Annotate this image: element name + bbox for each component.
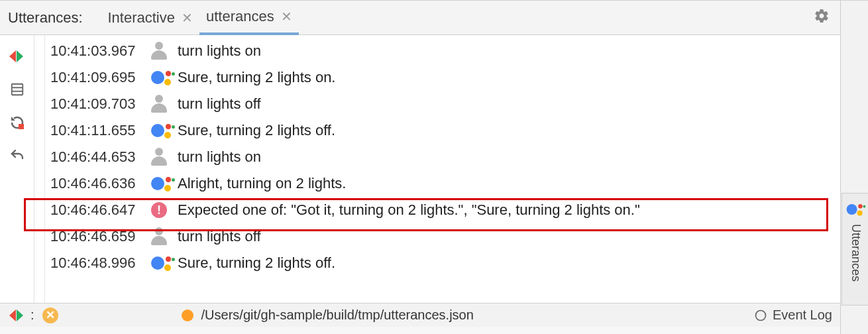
- log-area: 10:41:03.967 turn lights on 10:41:09.695…: [45, 35, 868, 303]
- tab-interactive[interactable]: Interactive ✕: [101, 1, 200, 35]
- tab-label: utterances: [206, 8, 274, 25]
- log-message: turn lights on: [178, 144, 261, 170]
- timestamp: 10:46:48.996: [50, 250, 151, 276]
- gear-icon[interactable]: [814, 8, 830, 27]
- right-tab-label: Utterances: [849, 224, 863, 282]
- gutter: [34, 35, 45, 303]
- log-message: turn lights off: [178, 223, 261, 250]
- event-log-icon: [754, 309, 767, 322]
- error-icon: !: [151, 202, 178, 218]
- left-toolbar: [0, 35, 34, 303]
- log-message: Sure, turning 2 lights off.: [178, 117, 335, 144]
- status-bar: : ✕ /Users/git/gh-sample/build/tmp/utter…: [0, 303, 868, 327]
- orange-dot-icon: [182, 309, 193, 321]
- rerun-icon[interactable]: [8, 113, 27, 132]
- assistant-icon: [151, 174, 178, 193]
- user-icon: [151, 95, 178, 113]
- user-icon: [151, 42, 178, 60]
- log-message: Alright, turning on 2 lights.: [178, 170, 346, 197]
- log-row: 10:41:09.703 turn lights off: [50, 91, 868, 117]
- log-message: turn lights off: [178, 91, 261, 117]
- assistant-icon: [846, 202, 865, 217]
- close-error-icon[interactable]: ✕: [42, 307, 58, 323]
- tab-label: Interactive: [108, 9, 176, 27]
- log-message: Sure, turning 2 lights on.: [178, 64, 335, 91]
- right-panel-tab-utterances[interactable]: Utterances: [841, 193, 868, 306]
- status-file-path: /Users/git/gh-sample/build/tmp/utterance…: [201, 307, 474, 323]
- event-log-label[interactable]: Event Log: [773, 307, 832, 323]
- svg-rect-0: [11, 84, 23, 95]
- timestamp: 10:46:46.659: [50, 223, 151, 250]
- close-icon[interactable]: ✕: [281, 10, 292, 23]
- svg-point-4: [755, 310, 765, 320]
- log-row: 10:46:48.996 Sure, turning 2 lights off.: [50, 250, 868, 276]
- log-message: turn lights on: [178, 38, 261, 64]
- assistant-icon: [151, 121, 178, 140]
- log-row: 10:46:46.636 Alright, turning on 2 light…: [50, 170, 868, 197]
- log-message: Sure, turning 2 lights off.: [178, 250, 335, 276]
- run-toggle-icon[interactable]: [8, 47, 27, 66]
- log-row: 10:46:46.659 turn lights off: [50, 223, 868, 250]
- user-icon: [151, 148, 178, 166]
- timestamp: 10:41:09.703: [50, 91, 151, 117]
- run-toggle-icon[interactable]: [9, 307, 25, 323]
- timestamp: 10:46:44.653: [50, 144, 151, 170]
- timestamp: 10:46:46.636: [50, 170, 151, 197]
- log-row-error: 10:46:46.647 ! Expected one of: "Got it,…: [50, 197, 868, 223]
- log-row: 10:41:03.967 turn lights on: [50, 38, 868, 64]
- layout-settings-icon[interactable]: [8, 80, 27, 99]
- user-icon: [151, 227, 178, 246]
- timestamp: 10:41:09.695: [50, 64, 151, 91]
- status-separator: :: [30, 307, 34, 323]
- assistant-icon: [151, 68, 178, 87]
- tab-bar: Utterances: Interactive ✕ utterances ✕: [0, 1, 868, 35]
- assistant-icon: [151, 254, 178, 272]
- timestamp: 10:46:46.647: [50, 197, 151, 223]
- tab-utterances[interactable]: utterances ✕: [199, 1, 299, 35]
- timestamp: 10:41:11.655: [50, 117, 151, 144]
- svg-rect-3: [19, 124, 24, 129]
- close-icon[interactable]: ✕: [182, 11, 193, 25]
- timestamp: 10:41:03.967: [50, 38, 151, 64]
- undo-icon[interactable]: [8, 146, 27, 165]
- log-row: 10:41:11.655 Sure, turning 2 lights off.: [50, 117, 868, 144]
- log-row: 10:41:09.695 Sure, turning 2 lights on.: [50, 64, 868, 91]
- log-message: Expected one of: "Got it, turning on 2 l…: [178, 197, 640, 223]
- panel-title: Utterances:: [8, 9, 83, 27]
- log-row: 10:46:44.653 turn lights on: [50, 144, 868, 170]
